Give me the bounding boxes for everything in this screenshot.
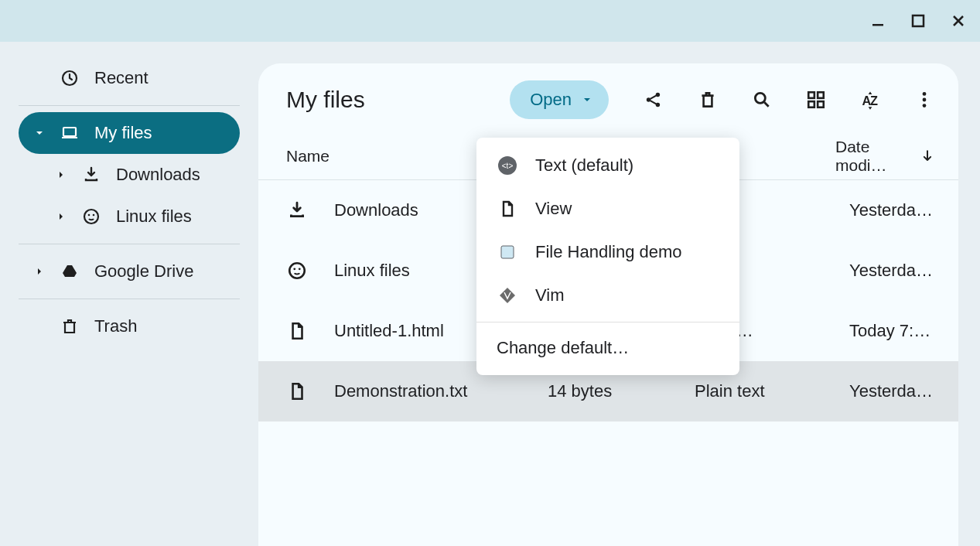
svg-point-23 — [299, 268, 301, 270]
window-titlebar — [0, 0, 980, 42]
sidebar-item-label: Recent — [94, 68, 149, 88]
chevron-down-icon — [34, 128, 45, 138]
dropdown-item-label: Text (default) — [535, 155, 633, 176]
svg-point-20 — [923, 104, 927, 107]
dropdown-item-label: Change default… — [497, 338, 629, 358]
grid-view-icon[interactable] — [805, 89, 827, 111]
download-icon — [82, 166, 101, 184]
file-date: Yesterday 9:1… — [849, 381, 935, 401]
sidebar-item-linux[interactable]: Linux files — [19, 196, 240, 237]
svg-point-18 — [923, 92, 927, 96]
svg-point-21 — [289, 263, 305, 278]
svg-rect-14 — [808, 101, 814, 107]
svg-text:<t>: <t> — [502, 162, 514, 170]
penguin-icon — [82, 207, 101, 226]
sidebar: Recent My files Downloads — [0, 42, 258, 546]
penguin-icon — [286, 260, 308, 282]
sidebar-item-drive[interactable]: Google Drive — [19, 251, 240, 292]
recent-icon — [60, 69, 79, 87]
file-icon — [286, 320, 308, 342]
app-icon — [497, 241, 518, 263]
chevron-right-icon — [56, 170, 67, 179]
trash-icon — [60, 317, 79, 336]
divider — [19, 105, 240, 106]
more-icon[interactable] — [913, 89, 935, 111]
main-panel: My files Open AZ Name Date mo — [258, 63, 958, 546]
svg-rect-26 — [501, 246, 514, 258]
svg-point-19 — [923, 98, 927, 102]
sidebar-item-recent[interactable]: Recent — [19, 57, 240, 99]
sort-icon[interactable]: AZ — [859, 89, 881, 111]
sidebar-item-label: My files — [94, 123, 152, 143]
file-icon — [286, 380, 308, 402]
column-date[interactable]: Date modi… — [835, 138, 935, 175]
svg-rect-0 — [872, 24, 883, 26]
download-icon — [286, 200, 308, 221]
minimize-button[interactable] — [869, 12, 887, 30]
sidebar-item-label: Linux files — [116, 206, 192, 227]
dropdown-item-change-default[interactable]: Change default… — [476, 327, 739, 369]
svg-text:Z: Z — [870, 94, 878, 107]
toolbar: My files Open AZ — [258, 63, 958, 133]
chevron-right-icon — [56, 212, 67, 221]
sidebar-item-myfiles[interactable]: My files — [19, 112, 240, 154]
svg-point-7 — [93, 214, 95, 217]
file-date: Today 7:54 AM — [849, 321, 935, 341]
open-dropdown: <t> Text (default) View File Handling de… — [476, 138, 739, 375]
share-icon[interactable] — [643, 89, 664, 111]
text-app-icon: <t> — [497, 155, 518, 176]
vim-icon — [497, 285, 518, 306]
maximize-button[interactable] — [909, 12, 927, 30]
dropdown-item-filehandling[interactable]: File Handling demo — [476, 230, 739, 274]
close-button[interactable] — [949, 12, 968, 30]
sidebar-item-label: Google Drive — [94, 261, 193, 282]
file-size: 14 bytes — [548, 381, 695, 401]
open-button-label: Open — [530, 90, 572, 110]
chevron-right-icon — [34, 267, 45, 276]
page-title: My files — [286, 87, 365, 113]
dropdown-item-view[interactable]: View — [476, 187, 739, 230]
svg-rect-12 — [808, 92, 814, 98]
sidebar-item-trash[interactable]: Trash — [19, 305, 240, 347]
sidebar-item-label: Trash — [94, 316, 137, 336]
search-icon[interactable] — [751, 89, 773, 111]
svg-point-5 — [84, 210, 98, 224]
file-date: Yesterday 9:2… — [849, 200, 935, 220]
dropdown-item-label: View — [535, 199, 572, 219]
svg-rect-15 — [818, 101, 824, 107]
file-type: Plain text — [695, 381, 849, 401]
open-button[interactable]: Open — [510, 80, 609, 119]
laptop-icon — [60, 124, 79, 142]
sidebar-item-downloads[interactable]: Downloads — [19, 154, 240, 196]
svg-rect-13 — [818, 92, 824, 98]
divider — [476, 322, 739, 322]
svg-point-6 — [88, 214, 90, 217]
file-date: Yesterday 7:0… — [849, 261, 935, 281]
dropdown-item-label: File Handling demo — [535, 242, 682, 262]
drive-icon — [60, 262, 79, 281]
dropdown-arrow-icon — [582, 95, 592, 104]
dropdown-item-label: Vim — [535, 285, 565, 305]
sidebar-item-label: Downloads — [116, 165, 200, 185]
divider — [19, 244, 240, 244]
svg-rect-3 — [63, 128, 76, 136]
svg-rect-1 — [913, 15, 924, 26]
dropdown-item-vim[interactable]: Vim — [476, 274, 739, 317]
svg-rect-4 — [62, 137, 77, 138]
file-icon — [497, 198, 518, 220]
delete-icon[interactable] — [697, 89, 719, 111]
arrow-down-icon — [920, 148, 935, 164]
svg-point-11 — [755, 93, 765, 103]
file-name: Demonstration.txt — [334, 381, 548, 401]
dropdown-item-text[interactable]: <t> Text (default) — [476, 144, 739, 187]
svg-point-22 — [293, 268, 295, 270]
divider — [19, 299, 240, 299]
column-date-label: Date modi… — [835, 138, 910, 175]
